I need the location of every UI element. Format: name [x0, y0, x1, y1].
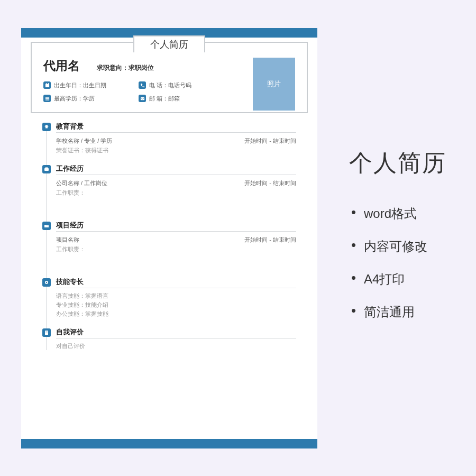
- edu-main: 学校名称 / 专业 / 学历: [56, 137, 112, 145]
- svg-rect-3: [45, 97, 49, 97]
- feature-item: 简洁通用: [349, 304, 446, 321]
- feature-item: word格式: [349, 205, 446, 222]
- info-birth: 出生年日：出生日期: [43, 81, 139, 89]
- side-panel: 个人简历 word格式 内容可修改 A4打印 简洁通用: [349, 140, 446, 336]
- svg-rect-13: [45, 332, 48, 332]
- job-intention: 求职意向：求职岗位: [97, 64, 154, 71]
- phone-icon: [139, 81, 146, 89]
- svg-rect-2: [48, 83, 48, 85]
- resume-document: 个人简历 代用名 求职意向：求职岗位 出生年日：出生日期 电 话：电话号码 最高…: [21, 28, 317, 448]
- resume-body: 教育背景 学校名称 / 专业 / 学历开始时间 - 结束时间 荣誉证书：获得证书…: [21, 120, 317, 350]
- project-time: 开始时间 - 结束时间: [244, 236, 296, 244]
- side-title: 个人简历: [349, 148, 446, 179]
- document-title-tab: 个人简历: [133, 35, 205, 52]
- info-label: 邮 箱：邮箱: [149, 95, 180, 103]
- self-content: 对自己评价: [56, 343, 296, 350]
- info-education: 最高学历：学历: [43, 95, 139, 103]
- svg-rect-6: [140, 97, 144, 99]
- section-title: 自我评价: [56, 327, 296, 338]
- skill-line: 语言技能：掌握语言: [56, 292, 296, 300]
- mail-icon: [139, 95, 146, 102]
- svg-rect-14: [45, 333, 48, 333]
- feature-list: word格式 内容可修改 A4打印 简洁通用: [349, 205, 446, 321]
- section-title: 项目经历: [56, 221, 296, 232]
- project-sub: 工作职责：: [56, 246, 296, 253]
- section-skills: 技能专长 语言技能：掌握语言 专业技能：技能介绍 办公技能：掌握技能: [42, 277, 296, 318]
- edu-time: 开始时间 - 结束时间: [244, 137, 296, 145]
- gear-icon: [42, 278, 51, 287]
- person-name: 代用名: [43, 58, 80, 74]
- svg-rect-7: [45, 127, 48, 129]
- info-phone: 电 话：电话号码: [139, 81, 234, 89]
- svg-rect-4: [45, 98, 49, 98]
- svg-rect-5: [45, 99, 49, 100]
- photo-placeholder: 照片: [253, 58, 295, 111]
- section-title: 教育背景: [56, 122, 296, 133]
- calendar-icon: [43, 81, 51, 89]
- section-work: 工作经历 公司名称 / 工作岗位开始时间 - 结束时间 工作职责：: [42, 164, 296, 211]
- folder-icon: [42, 222, 51, 230]
- info-email: 邮 箱：邮箱: [139, 95, 234, 103]
- header-card: 个人简历 代用名 求职意向：求职岗位 出生年日：出生日期 电 话：电话号码 最高…: [31, 42, 308, 113]
- svg-rect-9: [46, 168, 48, 169]
- svg-point-11: [46, 282, 47, 283]
- section-project: 项目经历 项目名称开始时间 - 结束时间 工作职责：: [42, 221, 296, 268]
- graduation-icon: [42, 123, 51, 131]
- svg-rect-1: [45, 83, 46, 85]
- work-main: 公司名称 / 工作岗位: [56, 179, 107, 187]
- info-label: 电 话：电话号码: [149, 81, 191, 89]
- section-title: 工作经历: [56, 164, 296, 175]
- edu-sub: 荣誉证书：获得证书: [56, 147, 296, 154]
- list-icon: [43, 95, 51, 102]
- section-self-eval: 自我评价 对自己评价: [42, 327, 296, 350]
- skill-line: 办公技能：掌握技能: [56, 310, 296, 318]
- svg-rect-0: [45, 84, 49, 87]
- briefcase-icon: [42, 165, 51, 173]
- section-title: 技能专长: [56, 277, 296, 288]
- skill-line: 专业技能：技能介绍: [56, 301, 296, 309]
- work-time: 开始时间 - 结束时间: [244, 179, 296, 187]
- info-label: 最高学历：学历: [54, 95, 95, 103]
- feature-item: 内容可修改: [349, 238, 446, 255]
- work-sub: 工作职责：: [56, 189, 296, 197]
- bottom-border-bar: [21, 439, 317, 448]
- feature-item: A4打印: [349, 271, 446, 288]
- document-icon: [42, 328, 51, 337]
- section-education: 教育背景 学校名称 / 专业 / 学历开始时间 - 结束时间 荣誉证书：获得证书: [42, 122, 296, 154]
- info-label: 出生年日：出生日期: [54, 81, 106, 89]
- project-main: 项目名称: [56, 236, 79, 244]
